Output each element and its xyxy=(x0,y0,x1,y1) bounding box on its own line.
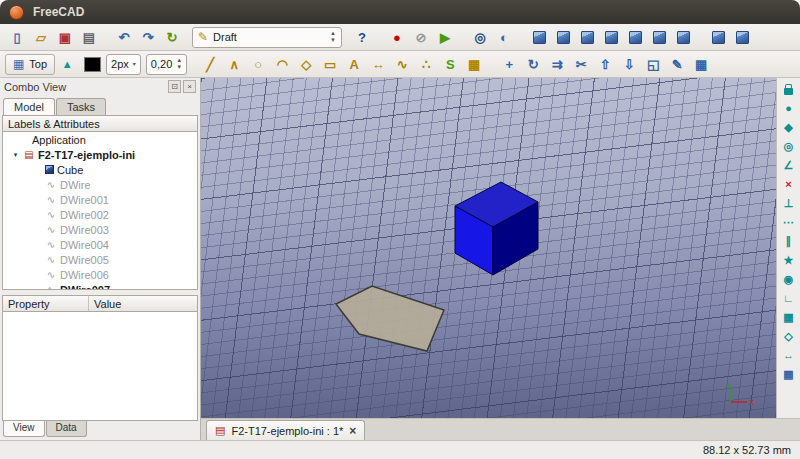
tree-item[interactable]: Cube xyxy=(3,162,197,177)
freecad-window: FreeCAD ▯ ▱ ▣ ▤ ↶ xyxy=(0,0,800,459)
draft-rotate-icon[interactable]: ↻ xyxy=(521,53,545,76)
snap-parallel-icon[interactable]: ∥ xyxy=(779,233,799,250)
snap-perpendicular-icon[interactable]: ⊥ xyxy=(779,195,799,212)
property-view-tab[interactable]: Data xyxy=(46,421,87,437)
open-file-icon[interactable]: ▱ xyxy=(29,26,53,49)
draft-rectangle-icon[interactable]: ▭ xyxy=(318,53,342,76)
macro-execute-icon[interactable]: ▶ xyxy=(433,26,457,49)
draft-scale-icon[interactable]: ◱ xyxy=(641,53,665,76)
draft-downgrade-icon[interactable]: ⇩ xyxy=(617,53,641,76)
snap-dimensions-icon[interactable]: ↔ xyxy=(779,347,799,364)
tree-item[interactable]: Application xyxy=(3,132,197,147)
icon-glyph xyxy=(653,31,666,44)
draft-polygon-icon[interactable]: ◇ xyxy=(294,53,318,76)
tree-item[interactable]: ∿ DWire005 xyxy=(3,252,197,267)
snap-special-icon[interactable]: ★ xyxy=(779,252,799,269)
draft-line-icon[interactable]: ╱ xyxy=(198,53,222,76)
new-file-icon[interactable]: ▯ xyxy=(5,26,29,49)
draft-offset-icon[interactable]: ⇉ xyxy=(545,53,569,76)
view-front-icon[interactable] xyxy=(551,26,575,49)
window-close-button[interactable] xyxy=(9,5,24,20)
macro-record-icon[interactable]: ● xyxy=(385,26,409,49)
snap-working-plane-icon[interactable]: ◇ xyxy=(779,328,799,345)
construction-mode-button[interactable]: ▲ xyxy=(55,53,79,76)
print-icon[interactable]: ▤ xyxy=(77,26,101,49)
draft-shapestring-icon[interactable]: S xyxy=(438,53,462,76)
combo-view-tab[interactable]: Model xyxy=(3,98,55,115)
panel-float-button[interactable]: ⊡ xyxy=(168,80,181,93)
draft-circle-icon[interactable]: ○ xyxy=(246,53,270,76)
cube-object[interactable] xyxy=(455,182,538,275)
macro-stop-icon[interactable]: ⊘ xyxy=(409,26,433,49)
whats-this-icon[interactable]: ? xyxy=(350,26,374,49)
draft-arc-icon[interactable]: ◠ xyxy=(270,53,294,76)
snap-near-icon[interactable]: ◉ xyxy=(779,271,799,288)
property-view-tab[interactable]: View xyxy=(3,421,45,437)
view-top-icon[interactable] xyxy=(575,26,599,49)
document-tab[interactable]: ▤ F2-T17-ejemplo-ini : 1* × xyxy=(206,420,365,440)
snap-grid-icon[interactable]: ▦ xyxy=(779,309,799,326)
tree-item[interactable]: ∿ DWire xyxy=(3,177,197,192)
line-color-swatch[interactable] xyxy=(84,57,101,72)
line-width-value: 2px xyxy=(111,58,129,70)
draft-trimex-icon[interactable]: ✂ xyxy=(569,53,593,76)
draft-text-icon[interactable]: A xyxy=(342,53,366,76)
tree-item[interactable]: ▾ ▤ F2-T17-ejemplo-ini xyxy=(3,147,197,162)
view-left-icon[interactable] xyxy=(671,26,695,49)
draft-dimension-icon[interactable]: ↔ xyxy=(366,53,390,76)
redo-icon[interactable]: ↷ xyxy=(136,26,160,49)
document-tab-close-icon[interactable]: × xyxy=(349,424,356,438)
tree-item[interactable]: ∿ DWire004 xyxy=(3,237,197,252)
snap-intersection-icon[interactable]: × xyxy=(779,176,799,193)
clipping-plane-icon[interactable] xyxy=(730,26,754,49)
icon-glyph: S xyxy=(446,58,455,71)
measure-distance-icon[interactable] xyxy=(706,26,730,49)
draft-point-icon[interactable]: ∴ xyxy=(414,53,438,76)
property-editor[interactable] xyxy=(2,312,198,421)
draft-polyline-icon[interactable]: ∧ xyxy=(222,53,246,76)
tree-item[interactable]: ∿ DWire003 xyxy=(3,222,197,237)
view-right-icon[interactable] xyxy=(599,26,623,49)
snap-midpoint-icon[interactable]: ◆ xyxy=(779,119,799,136)
draft-move-icon[interactable]: + xyxy=(497,53,521,76)
snap-endpoint-icon[interactable]: ● xyxy=(779,100,799,117)
draft-edit-icon[interactable]: ✎ xyxy=(665,53,689,76)
view-bottom-icon[interactable] xyxy=(647,26,671,49)
view-rear-icon[interactable] xyxy=(623,26,647,49)
tree-item[interactable]: ∿ DWire002 xyxy=(3,207,197,222)
icon-glyph: ▦ xyxy=(695,58,707,71)
draw-style-icon[interactable]: ◐ xyxy=(492,26,516,49)
line-width-selector[interactable]: 2px ▾ xyxy=(106,54,141,75)
undo-icon[interactable]: ↶ xyxy=(112,26,136,49)
snap-center-icon[interactable]: ◎ xyxy=(779,138,799,155)
snap-ortho-icon[interactable]: ∟ xyxy=(779,290,799,307)
snap-angle-icon[interactable]: ∠ xyxy=(779,157,799,174)
tree-item[interactable]: ∿ DWire001 xyxy=(3,192,197,207)
dwire-object[interactable] xyxy=(336,286,444,351)
snap-lock-icon[interactable] xyxy=(779,81,799,98)
tree-item[interactable]: ∿ DWire006 xyxy=(3,267,197,282)
save-file-icon[interactable]: ▣ xyxy=(53,26,77,49)
3d-viewport[interactable]: Y X xyxy=(201,78,776,418)
spinner-icons[interactable]: ▲▼ xyxy=(176,57,182,70)
draft-bspline-icon[interactable]: ∿ xyxy=(390,53,414,76)
document-tab-label: F2-T17-ejemplo-ini : 1* xyxy=(231,425,343,437)
view-isometric-icon[interactable] xyxy=(527,26,551,49)
draft-array-icon[interactable]: ▦ xyxy=(689,53,713,76)
tree-header: Labels & Attributes xyxy=(2,115,198,132)
spinner-icons[interactable]: ▲▼ xyxy=(330,30,336,43)
draft-facebinder-icon[interactable]: ▦ xyxy=(462,53,486,76)
working-plane-button[interactable]: ▦ Top xyxy=(5,54,55,75)
panel-close-button[interactable]: × xyxy=(183,80,196,93)
toggle-grid-icon[interactable]: ▦ xyxy=(779,366,799,383)
tree-item[interactable]: ∿ DWire007 xyxy=(3,282,197,290)
refresh-icon[interactable]: ↻ xyxy=(160,26,184,49)
text-scale-spinner[interactable]: 0,20 ▲▼ xyxy=(146,54,187,75)
snap-extension-icon[interactable]: ⋯ xyxy=(779,214,799,231)
zoom-icon[interactable]: ◎ xyxy=(468,26,492,49)
icon-glyph: ◠ xyxy=(277,58,288,71)
combo-view-tab[interactable]: Tasks xyxy=(56,98,106,115)
draft-upgrade-icon[interactable]: ⇧ xyxy=(593,53,617,76)
document-tab-bar: ▤ F2-T17-ejemplo-ini : 1* × xyxy=(201,418,800,440)
workbench-selector[interactable]: ✎ Draft ▲▼ xyxy=(192,27,342,48)
